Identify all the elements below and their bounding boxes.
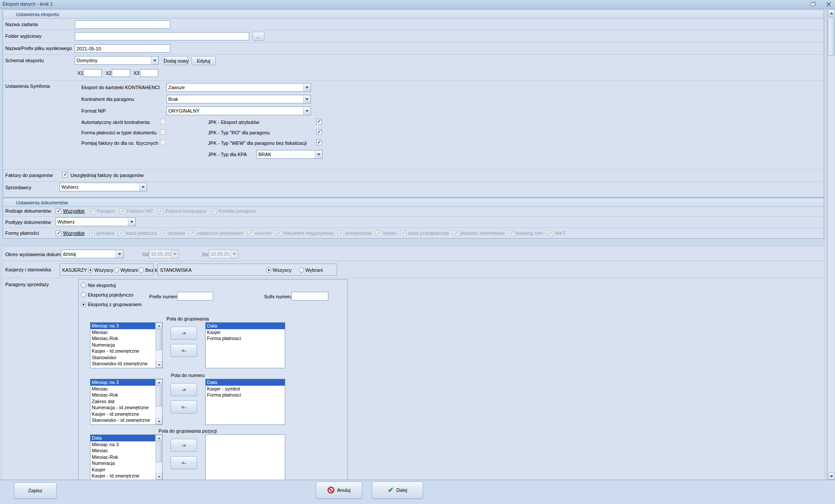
stations-selected-radio[interactable] xyxy=(299,267,304,273)
list-scrollbar[interactable] xyxy=(155,323,162,368)
list-item[interactable]: Data xyxy=(90,435,155,441)
list-item[interactable]: Stanowisko xyxy=(90,354,155,361)
payment-kompensata[interactable]: kompensata xyxy=(338,230,371,236)
x2-input[interactable] xyxy=(112,69,130,77)
chevron-down-icon[interactable] xyxy=(139,183,147,191)
close-icon[interactable] xyxy=(825,2,832,7)
chevron-down-icon[interactable] xyxy=(315,150,322,158)
grouping-fields-source-list[interactable]: Miesiąc na 3 Miesiac Miesiac-Rok Numerac… xyxy=(90,322,163,368)
move-right-button[interactable]: -> xyxy=(170,383,197,396)
payment-przelew[interactable]: przelew xyxy=(161,230,185,236)
format-nip-select[interactable]: ORYGINALNY xyxy=(167,107,311,115)
list-item[interactable]: Forma płatnosci xyxy=(206,335,285,342)
scroll-up-icon[interactable] xyxy=(156,435,162,441)
chevron-down-icon[interactable] xyxy=(128,218,135,226)
file-prefix-input[interactable] xyxy=(75,44,170,53)
list-scrollbar[interactable] xyxy=(155,435,162,480)
task-name-input[interactable] xyxy=(75,20,170,29)
folder-input[interactable] xyxy=(75,32,249,40)
grouping-fields-target-list[interactable]: Data Kasjer Forma płatnosci xyxy=(205,322,285,368)
payment-all[interactable]: Wszystkie xyxy=(56,230,85,236)
export-single-radio[interactable] xyxy=(81,292,86,297)
main-scrollbar[interactable] xyxy=(827,10,835,480)
number-sufix-input[interactable] xyxy=(291,292,328,300)
scroll-down-icon[interactable] xyxy=(828,473,835,480)
move-right-button[interactable]: -> xyxy=(170,439,197,452)
list-item[interactable]: Miesiac-Rok xyxy=(90,335,155,342)
scroll-down-icon[interactable] xyxy=(156,362,162,368)
next-button[interactable]: ✔ Dalej xyxy=(372,481,423,499)
payment-dok-magazynowy[interactable]: dokument magazynowy xyxy=(276,230,334,236)
list-scrollbar[interactable] xyxy=(155,379,162,424)
chevron-down-icon[interactable] xyxy=(116,250,123,258)
x3-input[interactable] xyxy=(140,69,158,77)
kontrahent-paragon-select[interactable]: Brak xyxy=(167,95,311,103)
list-item[interactable]: Kasjer xyxy=(90,467,155,473)
number-fields-source-list[interactable]: Miesiąc na 3 Miesiac Miesiac-Rok Zakres … xyxy=(90,379,163,425)
doc-type-all[interactable]: Wszystkie xyxy=(56,208,85,214)
jpk-kpa-select[interactable]: BRAK xyxy=(257,150,323,159)
move-left-button[interactable]: <- xyxy=(170,401,197,414)
edit-schema-button[interactable]: Edytuj xyxy=(191,56,216,65)
stations-all-radio[interactable] xyxy=(266,267,271,273)
no-export-radio[interactable] xyxy=(81,283,86,288)
payment-wkt[interactable]: WKT xyxy=(548,230,565,236)
cashiers-selected-radio[interactable] xyxy=(114,267,119,273)
chevron-down-icon[interactable] xyxy=(303,83,311,91)
list-item[interactable]: Kasjer - symbol xyxy=(206,386,285,392)
payment-form-doc-checkbox[interactable] xyxy=(160,129,166,135)
scrollbar-thumb[interactable] xyxy=(156,329,162,350)
restore-icon[interactable] xyxy=(810,2,817,7)
cancel-button[interactable]: Anuluj xyxy=(316,481,362,499)
list-item[interactable]: Miesiac xyxy=(90,447,155,454)
list-item[interactable]: Numeracja - id zewnętrzne xyxy=(90,404,155,411)
x1-input[interactable] xyxy=(84,69,102,77)
scrollbar-thumb[interactable] xyxy=(156,441,162,462)
payment-gotowka[interactable]: gotówka xyxy=(89,230,114,236)
payment-kredyt[interactable]: kredyt xyxy=(376,230,396,236)
payment-karta[interactable]: karta płatnicza xyxy=(118,230,157,236)
save-button[interactable]: Zapisz xyxy=(14,482,57,499)
list-item[interactable]: Zakres dat xyxy=(90,398,155,405)
period-select[interactable]: dzisiaj xyxy=(61,250,124,258)
scroll-down-icon[interactable] xyxy=(156,474,162,480)
schema-select[interactable]: Domyślny xyxy=(75,56,159,65)
payment-voucher[interactable]: voucher xyxy=(247,230,272,236)
list-item[interactable]: Kasjer - Id zewnętrzne xyxy=(90,473,155,479)
chevron-down-icon[interactable] xyxy=(151,57,158,64)
item-grouping-source-list[interactable]: Data Miesiąc na 3 Miesiac Miesiac-Rok Nu… xyxy=(90,434,163,480)
list-item[interactable]: Kasjer - id zewnętrzne xyxy=(90,411,155,417)
cashiers-none-radio[interactable] xyxy=(139,267,144,273)
doc-subtypes-select[interactable]: Wybierz xyxy=(56,217,136,226)
list-item[interactable]: Miesiac xyxy=(90,329,155,336)
list-item[interactable]: Miesiac-Rok xyxy=(90,392,155,398)
list-item[interactable]: Data xyxy=(206,379,285,386)
payment-internetowa[interactable]: płatność internetowa xyxy=(453,230,504,236)
list-item[interactable]: Forma płatnosci xyxy=(206,392,285,398)
scrollbar-thumb[interactable] xyxy=(828,17,835,56)
list-item[interactable]: Miesiac xyxy=(90,386,155,392)
sellers-select[interactable]: Wybierz xyxy=(60,183,147,191)
move-right-button[interactable]: -> xyxy=(170,327,197,340)
export-grouped-radio[interactable] xyxy=(81,302,86,307)
skip-invoices-checkbox[interactable] xyxy=(160,140,166,145)
chevron-down-icon[interactable] xyxy=(303,95,311,103)
list-item[interactable]: Data xyxy=(206,323,285,329)
add-schema-button[interactable]: Dodaj nowy xyxy=(164,56,188,65)
scroll-down-icon[interactable] xyxy=(156,418,162,424)
payment-booking[interactable]: booking.com xyxy=(509,230,543,236)
scroll-up-icon[interactable] xyxy=(156,379,162,385)
jpk-attrs-checkbox[interactable] xyxy=(316,119,322,124)
include-invoices-checkbox[interactable] xyxy=(62,172,68,177)
chevron-down-icon[interactable] xyxy=(303,107,311,115)
list-item[interactable]: Stanowisko - id zewnętrzne xyxy=(90,417,155,424)
browse-button[interactable]: ... xyxy=(252,32,264,41)
list-item[interactable]: Stanowisko-Id zewnętrzne xyxy=(90,360,155,367)
list-item[interactable]: Miesiąc na 3 xyxy=(90,441,155,448)
list-item[interactable]: Numeracja xyxy=(90,342,155,348)
jpk-ro-checkbox[interactable] xyxy=(316,129,322,135)
item-grouping-target-list[interactable] xyxy=(205,434,285,480)
jpk-wew-checkbox[interactable] xyxy=(316,140,322,145)
doc-type-paragon[interactable]: Paragon xyxy=(90,208,115,214)
auto-shortcut-checkbox[interactable] xyxy=(160,119,166,124)
